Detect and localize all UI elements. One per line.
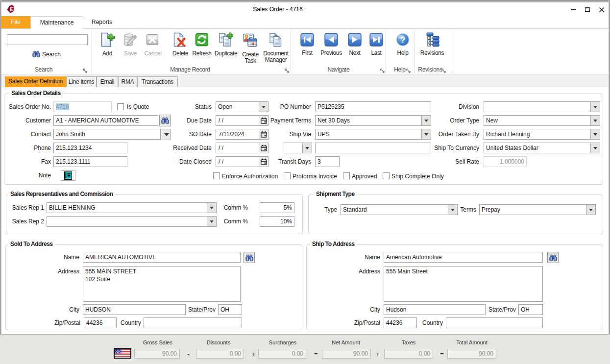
svg-text:E: E [10,6,14,13]
svg-text:?: ? [400,35,405,45]
